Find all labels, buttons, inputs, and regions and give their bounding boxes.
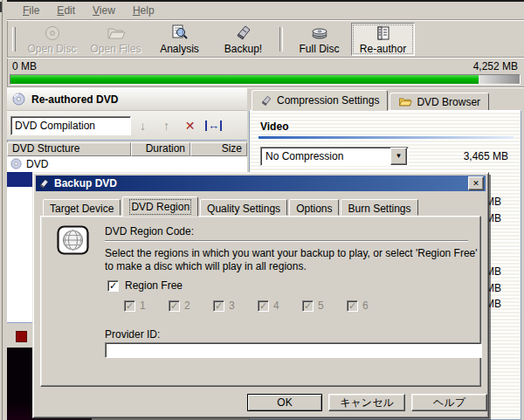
backup-icon xyxy=(235,24,252,41)
video-size-value: 3,465 MB xyxy=(464,150,508,162)
compilation-toolbar: ↓ ↑ ✕ ↔ xyxy=(7,111,247,141)
capacity-labels: 0 MB 4,252 MB xyxy=(7,60,524,72)
video-section-rule xyxy=(259,136,514,139)
globe-icon xyxy=(57,225,89,258)
region-4-label: 4 xyxy=(273,300,279,312)
dropdown-arrow-icon[interactable]: ▼ xyxy=(390,148,407,165)
region-6-checkbox[interactable]: ✓ xyxy=(347,300,358,312)
start-end-icon: ↔ xyxy=(205,120,222,131)
reauthor-label: Re-author xyxy=(360,43,406,55)
open-files-button[interactable]: Open Files xyxy=(84,23,148,56)
remove-button[interactable]: ✕ xyxy=(178,119,202,133)
region-heading-rule xyxy=(105,240,468,242)
video-section-heading: Video xyxy=(260,120,288,133)
region-6-label: 6 xyxy=(362,300,369,312)
region-5-label: 5 xyxy=(318,300,324,312)
dialog-title-bar[interactable]: Backup DVD ✕ xyxy=(36,176,486,191)
move-up-button[interactable]: ↑ xyxy=(155,119,178,133)
region-3-label: 3 xyxy=(229,300,235,312)
tab-quality-settings[interactable]: Quality Settings xyxy=(200,199,287,216)
region-4-item: ✓4 xyxy=(258,300,302,312)
region-2-item: ✓2 xyxy=(169,300,213,312)
reauthored-dvd-header: Re-authored DVD xyxy=(7,88,247,111)
region-1-checkbox[interactable]: ✓ xyxy=(124,300,135,312)
region-3-item: ✓3 xyxy=(213,300,258,312)
help-button[interactable]: ヘルプ xyxy=(411,394,487,411)
list-item-dvd[interactable]: DVD xyxy=(7,156,247,171)
tab-browser-label: DVD Browser xyxy=(417,96,480,108)
capacity-fill xyxy=(10,75,479,84)
tab-compression-settings[interactable]: Compression Settings xyxy=(252,90,388,111)
provider-id-input[interactable] xyxy=(105,342,482,358)
tab-label: Target Device xyxy=(50,203,114,215)
right-panel-tabs: Compression Settings DVD Browser xyxy=(249,90,521,111)
column-duration[interactable]: Duration xyxy=(131,142,190,156)
full-disc-label: Full Disc xyxy=(299,43,339,55)
column-dvd-structure[interactable]: DVD Structure xyxy=(7,142,131,156)
backup-label: Backup! xyxy=(224,43,262,55)
menu-bar: File Edit View Help xyxy=(7,2,524,20)
close-icon[interactable]: ✕ xyxy=(468,176,484,190)
region-2-checkbox[interactable]: ✓ xyxy=(169,300,180,312)
region-4-checkbox[interactable]: ✓ xyxy=(258,300,269,312)
disc-stack-icon xyxy=(310,24,329,41)
menu-file[interactable]: File xyxy=(14,3,48,18)
region-code-heading: DVD Region Code: xyxy=(105,225,194,238)
tab-options[interactable]: Options xyxy=(289,199,339,216)
left-panel-title: Re-authored DVD xyxy=(31,93,118,106)
tab-target-device[interactable]: Target Device xyxy=(43,199,121,216)
tab-label: Options xyxy=(296,203,332,215)
folder-icon xyxy=(398,96,412,107)
tab-dvd-browser[interactable]: DVD Browser xyxy=(390,93,489,111)
tab-label: DVD Region xyxy=(131,201,190,213)
cd-icon xyxy=(12,93,25,106)
menu-edit[interactable]: Edit xyxy=(48,3,84,18)
column-size[interactable]: Size xyxy=(190,142,247,156)
open-disc-label: Open Disc xyxy=(27,43,76,55)
horizontal-separator xyxy=(7,86,524,87)
edge-mark xyxy=(0,2,2,12)
capacity-start-label: 0 MB xyxy=(12,60,37,72)
open-files-label: Open Files xyxy=(90,43,141,55)
compression-icon xyxy=(260,95,272,107)
compilation-name-input[interactable] xyxy=(10,116,131,135)
video-compression-dropdown[interactable]: No Compression ▼ xyxy=(260,147,409,166)
dialog-tabs: Target Device DVD Region Quality Setting… xyxy=(43,195,481,216)
region-2-label: 2 xyxy=(184,300,190,312)
region-5-checkbox[interactable]: ✓ xyxy=(302,300,314,312)
menu-help[interactable]: Help xyxy=(124,3,163,18)
full-disc-button[interactable]: Full Disc xyxy=(287,23,351,56)
reauthor-button[interactable]: Re-author xyxy=(351,23,415,56)
set-start-end-button[interactable]: ↔ xyxy=(202,120,225,132)
backup-dvd-dialog: Backup DVD ✕ Target Device DVD Region Qu… xyxy=(32,172,489,418)
cancel-button[interactable]: キャンセル xyxy=(328,394,405,411)
ok-button[interactable]: OK xyxy=(247,394,322,411)
structure-table-header: DVD Structure Duration Size xyxy=(7,142,247,156)
backup-icon xyxy=(38,178,50,189)
analysis-label: Analysis xyxy=(160,43,199,55)
toolbar-separator xyxy=(279,27,283,52)
backup-button[interactable]: Backup! xyxy=(211,23,275,56)
region-1-item: ✓1 xyxy=(124,300,169,312)
open-disc-button[interactable]: Open Disc xyxy=(20,23,84,56)
menu-view[interactable]: View xyxy=(84,3,124,18)
region-3-checkbox[interactable]: ✓ xyxy=(213,300,224,312)
tab-label: Quality Settings xyxy=(207,203,280,215)
tab-compression-label: Compression Settings xyxy=(277,94,379,107)
analysis-icon xyxy=(171,24,189,41)
stop-button[interactable] xyxy=(16,331,27,342)
region-6-item: ✓6 xyxy=(347,300,391,312)
move-down-button[interactable]: ↓ xyxy=(131,119,155,133)
tab-label: Burn Settings xyxy=(348,203,410,215)
capacity-remainder xyxy=(479,75,520,84)
dialog-title: Backup DVD xyxy=(54,177,464,189)
tab-burn-settings[interactable]: Burn Settings xyxy=(341,199,417,216)
region-number-row: ✓1 ✓2 ✓3 ✓4 ✓5 ✓6 xyxy=(124,300,391,312)
region-free-checkbox[interactable]: ✓ xyxy=(107,280,119,292)
analysis-button[interactable]: Analysis xyxy=(148,23,211,56)
toolbar-grip[interactable] xyxy=(12,27,16,52)
tab-dvd-region[interactable]: DVD Region xyxy=(122,196,198,217)
cd-icon xyxy=(10,158,22,169)
region-free-label: Region Free xyxy=(125,279,183,292)
capacity-bar xyxy=(10,74,521,85)
